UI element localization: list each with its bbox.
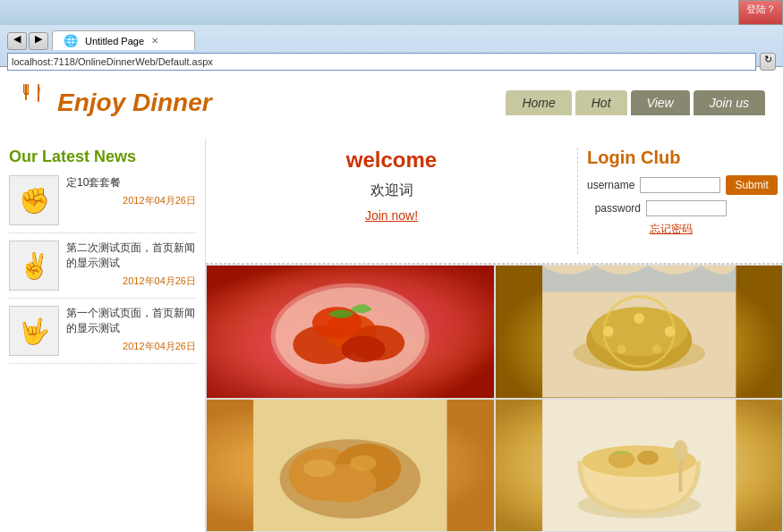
- news-title-1[interactable]: 定10套套餐: [66, 175, 196, 190]
- login-title: Login Club: [587, 148, 774, 168]
- svg-point-27: [303, 459, 335, 477]
- tab-bar: ◀ ▶ 🌐 Untitled Page ✕: [0, 25, 783, 50]
- svg-point-20: [652, 345, 661, 354]
- password-label: password: [587, 202, 641, 215]
- nav-join[interactable]: Join us: [694, 90, 765, 115]
- username-label: username: [587, 179, 634, 191]
- welcome-section: welcome 欢迎词 Join now!: [215, 148, 568, 254]
- hand-icon-2: ✌️: [19, 251, 50, 281]
- news-item-3: 🤟 第一个测试页面，首页新闻的显示测试 2012年04月26日: [9, 306, 196, 364]
- welcome-title: welcome: [215, 148, 568, 173]
- news-info-3: 第一个测试页面，首页新闻的显示测试 2012年04月26日: [66, 306, 196, 356]
- browser-tab[interactable]: 🌐 Untitled Page ✕: [52, 30, 195, 50]
- news-info-2: 第二次测试页面，首页新闻的显示测试 2012年04月26日: [66, 241, 196, 291]
- hand-icon-1: ✊: [19, 186, 50, 215]
- logo-icon: [18, 80, 50, 125]
- browser-titlebar: 登陆？: [0, 0, 783, 25]
- content-area: welcome 欢迎词 Join now! Login Club usernam…: [206, 139, 783, 532]
- food-grid: [206, 264, 783, 532]
- news-item: ✊ 定10套套餐 2012年04月26日: [9, 175, 196, 233]
- join-now-link[interactable]: Join now!: [365, 208, 418, 223]
- svg-point-28: [350, 454, 377, 470]
- news-thumb-3: 🤟: [9, 306, 59, 356]
- address-bar[interactable]: localhost:7118/OnlineDinnerWeb/Default.a…: [7, 53, 756, 71]
- food-cake-image[interactable]: [495, 265, 784, 399]
- svg-point-33: [637, 451, 659, 465]
- nav-home[interactable]: Home: [506, 90, 571, 115]
- password-row: password: [587, 200, 774, 216]
- news-date-1: 2012年04月26日: [66, 194, 196, 207]
- page-content: Enjoy Dinner Home Hot View Join us Our L…: [0, 67, 783, 532]
- back-button[interactable]: ◀: [7, 32, 27, 50]
- username-input[interactable]: [640, 177, 720, 193]
- news-info-1: 定10套套餐 2012年04月26日: [66, 175, 196, 225]
- sidebar: Our Latest News ✊ 定10套套餐 2012年04月26日 ✌️ …: [0, 139, 206, 532]
- svg-rect-0: [25, 84, 27, 100]
- password-input[interactable]: [646, 200, 727, 216]
- address-bar-row: localhost:7118/OnlineDinnerWeb/Default.a…: [0, 50, 783, 73]
- sidebar-title: Our Latest News: [9, 148, 196, 166]
- svg-point-17: [602, 326, 613, 337]
- svg-rect-3: [24, 93, 29, 95]
- svg-point-35: [673, 440, 687, 461]
- login-button[interactable]: 登陆？: [738, 0, 783, 25]
- hand-icon-3: 🤟: [19, 317, 50, 346]
- welcome-text: 欢迎词: [215, 182, 568, 200]
- tab-title: Untitled Page: [85, 36, 144, 46]
- news-date-2: 2012年04月26日: [66, 274, 196, 288]
- svg-rect-1: [23, 84, 25, 93]
- svg-point-21: [617, 345, 626, 354]
- logo-area: Enjoy Dinner: [18, 80, 212, 125]
- site-header: Enjoy Dinner Home Hot View Join us: [0, 67, 783, 139]
- nav-bar: Home Hot View Join us: [506, 90, 765, 115]
- submit-button[interactable]: Submit: [726, 175, 777, 195]
- forward-button[interactable]: ▶: [29, 32, 48, 50]
- news-thumb-1: ✊: [9, 175, 59, 225]
- username-row: username Submit: [587, 175, 774, 195]
- browser-chrome: 登陆？ ◀ ▶ 🌐 Untitled Page ✕ localhost:7118…: [0, 0, 783, 67]
- forgot-password-link[interactable]: 忘记密码: [650, 222, 774, 237]
- nav-hot[interactable]: Hot: [575, 90, 627, 115]
- news-item-2: ✌️ 第二次测试页面，首页新闻的显示测试 2012年04月26日: [9, 241, 196, 299]
- svg-point-18: [634, 313, 644, 324]
- food-crayfish-image[interactable]: [206, 265, 495, 399]
- svg-point-11: [341, 336, 385, 363]
- tab-favicon: 🌐: [64, 34, 78, 47]
- logo-text: Enjoy Dinner: [57, 89, 212, 117]
- main-layout: Our Latest News ✊ 定10套套餐 2012年04月26日 ✌️ …: [0, 139, 783, 532]
- tab-close-button[interactable]: ✕: [151, 36, 158, 46]
- news-date-3: 2012年04月26日: [66, 340, 196, 353]
- top-content: welcome 欢迎词 Join now! Login Club usernam…: [206, 139, 783, 264]
- food-chicken-image[interactable]: [206, 399, 495, 533]
- news-thumb-2: ✌️: [9, 241, 59, 291]
- refresh-button[interactable]: ↻: [760, 53, 776, 71]
- food-soup-image[interactable]: [495, 399, 784, 533]
- news-title-3[interactable]: 第一个测试页面，首页新闻的显示测试: [66, 306, 196, 336]
- svg-rect-2: [28, 84, 30, 93]
- nav-view[interactable]: View: [631, 90, 690, 115]
- login-section: Login Club username Submit password 忘记密码: [577, 148, 774, 254]
- svg-point-19: [664, 326, 675, 337]
- news-title-2[interactable]: 第二次测试页面，首页新闻的显示测试: [66, 241, 196, 271]
- address-text: localhost:7118/OnlineDinnerWeb/Default.a…: [12, 56, 213, 67]
